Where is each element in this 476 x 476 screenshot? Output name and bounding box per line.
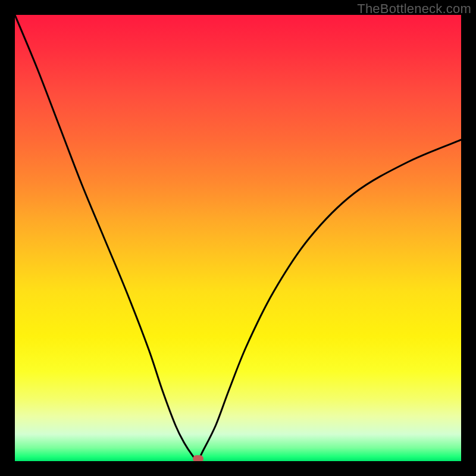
chart-frame: TheBottleneck.com (0, 0, 476, 476)
watermark-text: TheBottleneck.com (357, 1, 471, 17)
optimal-point-marker (193, 455, 203, 461)
plot-area (15, 15, 461, 461)
bottleneck-curve (15, 15, 461, 461)
